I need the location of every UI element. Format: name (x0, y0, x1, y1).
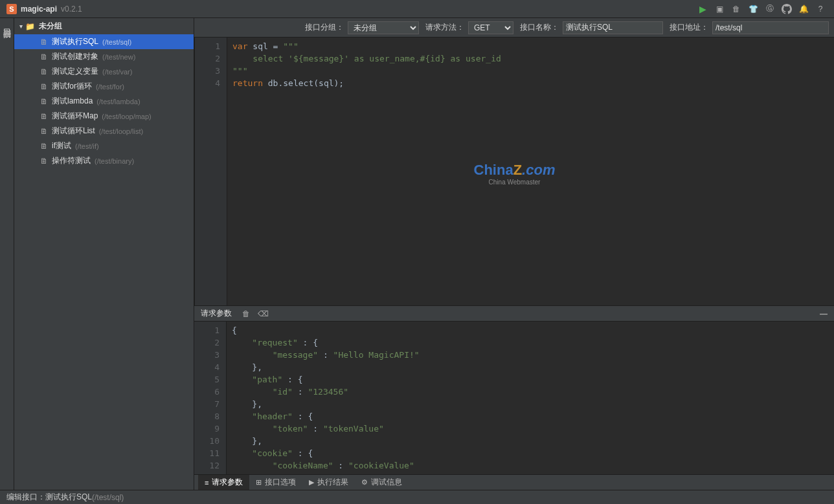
sidebar-item[interactable]: 🗎if测试(/test/if) (14, 138, 194, 153)
method-label: 请求方法： (425, 22, 464, 33)
sidebar-item-path: (/test/for) (96, 83, 124, 91)
sidebar-item-path: (/test/loop/list) (99, 127, 143, 135)
delete-params-icon[interactable]: 🗑 (240, 309, 253, 318)
params-gutter: 123456789101112 (194, 322, 227, 474)
sidebar-item-path: (/test/if) (75, 142, 99, 150)
sidebar-item[interactable]: 🗎操作符测试(/test/binary) (14, 153, 194, 168)
sidebar-item[interactable]: 🗎测试循环Map(/test/loop/map) (14, 109, 194, 124)
app-title: magic-api (21, 5, 57, 14)
watermark: ChinaZ.com China Webmaster (474, 162, 556, 186)
file-icon: 🗎 (40, 127, 48, 136)
sidebar: ▾ 📁 未分组 🗎测试执行SQL(/test/sql)🗎测试创建对象(/test… (14, 18, 194, 490)
tab-icon: ⚙ (361, 478, 368, 487)
delete-icon[interactable]: 🗑 (729, 2, 743, 16)
titlebar: S magic-api v0.2.1 ▶ ▣ 🗑 👕 Ⓖ 🔔 ? (0, 0, 834, 18)
save-icon[interactable]: ▣ (712, 2, 727, 16)
tab-label: 调试信息 (371, 477, 402, 488)
run-icon[interactable]: ▶ (695, 2, 710, 16)
sidebar-item-label: 测试执行SQL (52, 36, 98, 47)
sidebar-item-path: (/test/var) (102, 68, 132, 76)
sidebar-item-path: (/test/new) (102, 53, 135, 61)
tab-label: 接口选项 (265, 477, 296, 488)
tools-icon[interactable]: 👕 (746, 2, 760, 16)
file-icon: 🗎 (40, 82, 48, 91)
folder-icon: 📁 (25, 22, 35, 31)
method-select[interactable]: GET (468, 21, 513, 34)
toolbar: 接口分组： 未分组 请求方法： GET 接口名称： 接口地址： (194, 18, 834, 38)
help-icon[interactable]: ? (813, 2, 828, 16)
path-label: 接口地址： (670, 22, 708, 33)
sidebar-group[interactable]: ▾ 📁 未分组 (14, 18, 194, 34)
left-rail-item-icon: ▦ (3, 28, 10, 38)
sidebar-item-path: (/test/sql) (102, 38, 131, 46)
sidebar-item-label: 测试循环Map (52, 111, 98, 122)
file-icon: 🗎 (40, 38, 48, 47)
bottom-panel-title: 请求参数 (201, 308, 232, 319)
clear-params-icon[interactable]: ⌫ (256, 309, 269, 318)
sidebar-item[interactable]: 🗎测试for循环(/test/for) (14, 79, 194, 94)
tab-icon: ⊞ (256, 478, 262, 487)
sidebar-group-name: 未分组 (39, 21, 62, 32)
bell-icon[interactable]: 🔔 (796, 2, 811, 16)
file-icon: 🗎 (40, 97, 48, 106)
app-logo-icon: S (6, 4, 17, 14)
status-prefix: 编辑接口： (6, 492, 45, 503)
code-editor[interactable]: 1234 var sql = """ select '${message}' a… (194, 38, 834, 305)
sidebar-item-label: if测试 (52, 140, 71, 151)
sidebar-item[interactable]: 🗎测试定义变量(/test/var) (14, 64, 194, 79)
bottom-tabs: ≡请求参数⊞接口选项▶执行结果⚙调试信息 (194, 474, 834, 490)
bottom-tab[interactable]: ▶执行结果 (302, 475, 355, 490)
group-label: 接口分组： (305, 22, 344, 33)
tab-label: 请求参数 (212, 477, 243, 488)
status-name: 测试执行SQL (45, 492, 92, 503)
left-rail-label[interactable]: 接口列表 (1, 21, 12, 26)
minimize-icon[interactable]: — (820, 309, 828, 318)
status-path: (/test/sql) (92, 493, 124, 502)
bottom-tab[interactable]: ≡请求参数 (198, 475, 249, 490)
file-icon: 🗎 (40, 112, 48, 121)
group-select[interactable]: 未分组 (348, 21, 419, 34)
tab-icon: ▶ (309, 478, 314, 487)
sidebar-item-label: 测试for循环 (52, 81, 92, 92)
bottom-panel: 请求参数 🗑 ⌫ — 123456789101112 { "request" :… (194, 305, 834, 490)
sidebar-item-path: (/test/lambda) (96, 98, 140, 105)
sidebar-item[interactable]: 🗎测试循环List(/test/loop/list) (14, 124, 194, 138)
file-icon: 🗎 (40, 142, 48, 151)
params-editor[interactable]: { "request" : { "message" : "Hello Magic… (227, 322, 834, 474)
sidebar-item-label: 操作符测试 (52, 155, 91, 166)
sidebar-item-path: (/test/binary) (95, 157, 134, 165)
sidebar-item-label: 测试循环List (52, 126, 95, 137)
sidebar-item-label: 测试lambda (52, 96, 93, 107)
name-input[interactable] (563, 21, 663, 34)
statusbar: 编辑接口： 测试执行SQL (/test/sql) (0, 490, 834, 504)
github-icon[interactable] (780, 2, 794, 16)
bottom-tab[interactable]: ⚙调试信息 (355, 475, 409, 490)
git-icon[interactable]: Ⓖ (763, 2, 777, 16)
sidebar-item-label: 测试定义变量 (52, 66, 98, 77)
file-icon: 🗎 (40, 67, 48, 76)
bottom-panel-header: 请求参数 🗑 ⌫ — (194, 306, 834, 322)
tab-icon: ≡ (205, 479, 208, 487)
file-icon: 🗎 (40, 52, 48, 61)
name-label: 接口名称： (520, 22, 559, 33)
file-icon: 🗎 (40, 157, 48, 166)
sidebar-item[interactable]: 🗎测试执行SQL(/test/sql) (14, 34, 194, 49)
app-version: v0.2.1 (61, 5, 82, 14)
sidebar-item[interactable]: 🗎测试lambda(/test/lambda) (14, 94, 194, 109)
tab-label: 执行结果 (317, 477, 348, 488)
editor-gutter: 1234 (195, 38, 227, 305)
bottom-tab[interactable]: ⊞接口选项 (249, 475, 302, 490)
sidebar-item[interactable]: 🗎测试创建对象(/test/new) (14, 49, 194, 64)
path-input[interactable] (712, 21, 829, 34)
sidebar-item-label: 测试创建对象 (52, 51, 98, 62)
chevron-down-icon: ▾ (19, 23, 23, 30)
sidebar-item-path: (/test/loop/map) (102, 113, 151, 120)
left-rail: 接口列表 ▦ (0, 18, 14, 490)
